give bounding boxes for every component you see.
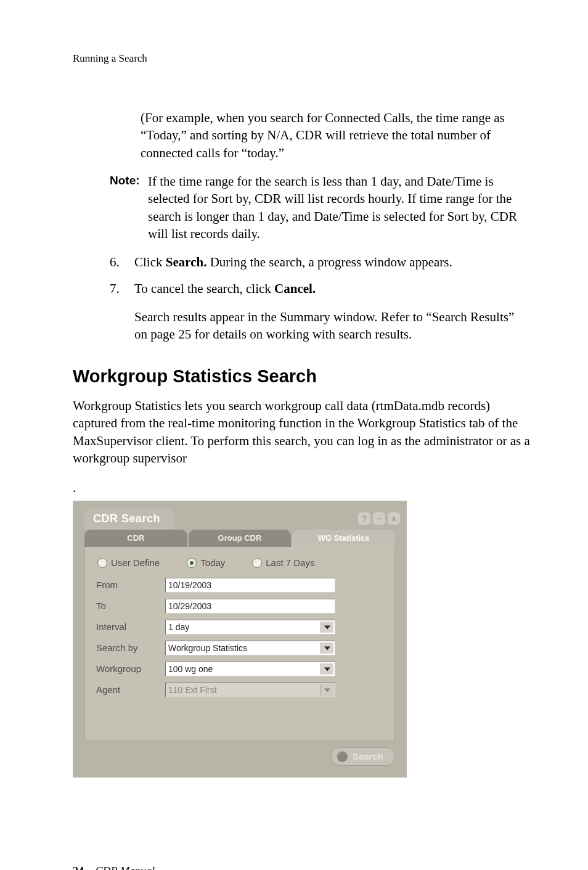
page-footer: 24 CDR Manual (73, 864, 533, 870)
note-body: If the time range for the search is less… (148, 173, 533, 242)
help-button[interactable]: ? (358, 512, 370, 525)
interval-value: 1 day (168, 622, 189, 633)
workgroup-label: Workgroup (96, 663, 165, 675)
from-field[interactable]: 10/19/2003 (165, 578, 335, 593)
radio-user-define[interactable]: User Define (97, 557, 160, 569)
agent-select: 110 Ext First (165, 683, 335, 697)
section-para: Workgroup Statistics lets you search wor… (73, 397, 533, 467)
workgroup-value: 100 wg one (168, 663, 213, 675)
chevron-down-icon (324, 647, 330, 650)
from-label: From (96, 579, 165, 591)
step-number: 7. (110, 280, 134, 297)
step-pre: Click (134, 255, 166, 269)
radio-dot (97, 558, 107, 568)
radio-dot (187, 558, 197, 568)
search-button-icon (337, 751, 348, 762)
step-post: During the search, a progress window app… (206, 255, 452, 269)
footer-title: CDR Manual (96, 865, 155, 870)
page-number: 24 (73, 865, 84, 870)
step-number: 6. (110, 253, 134, 271)
chevron-down-icon (324, 668, 330, 671)
radio-label: User Define (111, 557, 160, 569)
search-panel: User Define Today Last 7 Days From 10/19… (84, 547, 395, 741)
workgroup-select[interactable]: 100 wg one (165, 662, 335, 676)
interval-select[interactable]: 1 day (165, 620, 335, 634)
window-title: CDR Search (84, 507, 174, 530)
radio-today[interactable]: Today (187, 557, 225, 569)
agent-value: 110 Ext First (168, 684, 217, 696)
interval-label: Interval (96, 621, 165, 633)
radio-label: Last 7 Days (266, 557, 314, 569)
search-button[interactable]: Search (331, 747, 395, 766)
step-pre: To cancel the search, click (134, 281, 274, 296)
chevron-down-icon (324, 626, 330, 630)
step-bold: Cancel. (274, 281, 316, 296)
tab-bar: CDR Group CDR WG Statistics (84, 530, 395, 547)
note-label: Note: (110, 173, 148, 242)
to-field[interactable]: 10/29/2003 (165, 599, 335, 614)
searchby-select[interactable]: Workgroup Statistics (165, 641, 335, 655)
section-heading: Workgroup Statistics Search (73, 364, 533, 388)
to-value: 10/29/2003 (168, 601, 211, 612)
searchby-label: Search by (96, 642, 165, 654)
radio-dot (252, 558, 262, 568)
tab-cdr[interactable]: CDR (84, 530, 187, 547)
searchby-value: Workgroup Statistics (168, 642, 247, 654)
agent-label: Agent (96, 684, 165, 696)
radio-label: Today (200, 557, 225, 569)
step-text: To cancel the search, click Cancel. (134, 280, 533, 297)
after-steps-para: Search results appear in the Summary win… (134, 308, 526, 343)
chevron-down-icon (324, 689, 330, 692)
step-bold: Search. (166, 255, 207, 269)
step-text: Click Search. During the search, a progr… (134, 253, 533, 271)
trailing-period: . (73, 479, 533, 496)
running-head: Running a Search (73, 52, 533, 66)
cdr-search-window: CDR Search ? – x CDR Group CDR WG Statis… (73, 501, 407, 778)
tab-group-cdr[interactable]: Group CDR (189, 530, 292, 547)
to-label: To (96, 600, 165, 612)
minimize-button[interactable]: – (373, 512, 385, 525)
radio-last-7-days[interactable]: Last 7 Days (252, 557, 314, 569)
search-button-label: Search (353, 750, 383, 763)
from-value: 10/19/2003 (168, 580, 211, 591)
intro-para: (For example, when you search for Connec… (141, 109, 526, 162)
window-title-tab: CDR Search (84, 507, 174, 530)
tab-wg-statistics[interactable]: WG Statistics (292, 530, 395, 547)
close-button[interactable]: x (388, 512, 400, 525)
